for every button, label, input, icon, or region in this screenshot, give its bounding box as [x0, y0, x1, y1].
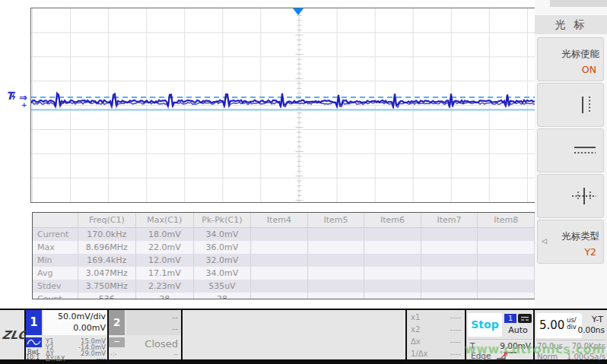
timebase-scale: 5.00 [539, 318, 564, 332]
vertical-cursors-button[interactable] [537, 83, 604, 127]
row-label: Max [33, 241, 78, 254]
x-cursor-readout-block: x1 ---- x2 ---- Δx ---- 1/Δx ---- [407, 310, 465, 359]
table-cell [251, 254, 308, 267]
column-header: Item6 [364, 213, 421, 228]
channel2-badge[interactable]: 2 [109, 310, 125, 335]
vertical-cursors-icon [576, 94, 597, 116]
channel1-offset: 0.00mV [73, 323, 106, 333]
table-cell: 535uV [193, 280, 250, 293]
table-cell [307, 228, 364, 242]
table-cell: 169.4kHz [78, 254, 135, 267]
cursor-type-value: Y2 [584, 246, 596, 258]
trigger-delay: 0.00ns [577, 325, 605, 334]
table-cell: 34.0mV [193, 267, 250, 280]
table-cell: 28 [193, 293, 250, 299]
cross-cursors-button[interactable] [537, 174, 604, 218]
table-cell [364, 241, 421, 254]
channel1-position-marker[interactable]: ⇒+ [19, 92, 27, 103]
column-header: Item7 [421, 213, 478, 228]
channel1-block[interactable]: 1 50.0mV/div 0.00mV BwL 10:1 Y1 15.0mV Y… [26, 310, 107, 359]
channel2-status: Closed [145, 338, 178, 350]
column-header: Item4 [251, 213, 308, 228]
trigger-coupling-icon [518, 314, 532, 323]
row-label: Min [33, 254, 78, 267]
column-header: Max(C1) [136, 213, 194, 228]
channel1-badge[interactable]: 1 [26, 310, 42, 335]
run-state-badge[interactable]: Stop [468, 313, 502, 337]
cursor-enable-button[interactable]: 光标使能 ON [537, 37, 604, 81]
column-header: Pk-Pk(C1) [193, 213, 250, 228]
column-header: Item5 [307, 213, 364, 228]
table-cell [478, 267, 535, 280]
table-header-row: Freq(C1)Max(C1)Pk-Pk(C1)Item4Item5Item6I… [33, 213, 535, 228]
table-cell [364, 254, 421, 267]
dx-value: ---- [450, 337, 461, 346]
measurement-table: Freq(C1)Max(C1)Pk-Pk(C1)Item4Item5Item6I… [33, 213, 535, 299]
trigger-mode: Auto [504, 325, 532, 335]
x1-label: x1 [411, 313, 420, 321]
table-cell [307, 280, 364, 293]
row-label: Count [33, 293, 78, 299]
table-cell [421, 280, 478, 293]
table-cell [251, 293, 308, 299]
table-cell [364, 280, 421, 293]
timebase-unit-bottom: div [567, 323, 577, 331]
table-cell [307, 254, 364, 267]
channel2-time: -:- [110, 351, 116, 358]
table-cell [421, 293, 478, 299]
channel2-scale: -- [172, 312, 178, 322]
table-cell: 18.0mV [136, 228, 194, 242]
column-header [33, 213, 78, 228]
table-cell: 17.1mV [136, 267, 194, 280]
table-row: Count5362828 [33, 293, 535, 299]
table-cell [478, 280, 535, 293]
table-cell [251, 241, 308, 254]
table-row: Stdev3.750MHz2.23mV535uV [33, 280, 535, 293]
table-cell [478, 228, 535, 242]
table-cell [421, 228, 478, 242]
channel1-scale: 50.0mV/div [58, 312, 106, 321]
cursor-type-button[interactable]: ◁ 光标类型 Y2 [537, 220, 604, 264]
table-cell: 170.0kHz [78, 228, 135, 242]
left-arrow-icon: ◁ [542, 237, 547, 245]
table-cell [307, 293, 364, 299]
table-cell [478, 241, 535, 254]
table-cell: 3.047MHz [78, 267, 135, 280]
probe-ratio-label: 10:1 [26, 354, 40, 361]
channel2-extra: -- [173, 351, 178, 358]
table-cell: 28 [136, 293, 194, 299]
horizontal-cursors-icon [573, 142, 597, 159]
table-cell: 8.696MHz [78, 241, 135, 254]
math-badge[interactable]: − [109, 337, 125, 347]
table-cell [307, 267, 364, 280]
channel1-wave-icon [26, 337, 42, 347]
table-cell [364, 228, 421, 242]
table-cell [364, 293, 421, 299]
cursor-dydx-label: ΔY/ΔX [46, 355, 65, 362]
horizontal-cursors-button[interactable] [537, 128, 604, 173]
cursor-enable-value: ON [582, 64, 596, 75]
table-cell [421, 267, 478, 280]
dx-label: Δx [411, 337, 421, 346]
table-row: Avg3.047MHz17.1mV34.0mV [33, 267, 535, 280]
cross-cursors-icon [571, 185, 597, 207]
cursor-menu-sidebar: 光 标 光标使能 ON ◁ 光标类型 Y2 [535, 0, 607, 309]
column-header: Freq(C1) [78, 213, 135, 228]
measurement-table-panel: Freq(C1)Max(C1)Pk-Pk(C1)Item4Item5Item6I… [32, 212, 535, 299]
table-cell: 12.0mV [136, 254, 194, 267]
table-row: Max8.696MHz22.0mV36.0mV [33, 241, 535, 254]
x1-value: ---- [450, 313, 461, 321]
table-cell [421, 254, 478, 267]
trigger-level-marker[interactable]: Tϟ [6, 90, 15, 102]
trigger-source-badge: 1 [504, 314, 516, 323]
table-cell [421, 241, 478, 254]
row-label: Avg [33, 267, 78, 280]
table-row: Min169.4kHz12.0mV32.0mV [33, 254, 535, 267]
table-cell [251, 267, 308, 280]
channel2-offset: -- [172, 324, 178, 334]
sidebar-top-strip [550, 0, 607, 7]
trigger-position-icon[interactable] [293, 8, 304, 15]
brand-logo: ZLG® [0, 310, 24, 359]
table-cell [478, 293, 535, 299]
channel2-block[interactable]: 2 -- -- − Closed -:- -- [109, 310, 181, 359]
